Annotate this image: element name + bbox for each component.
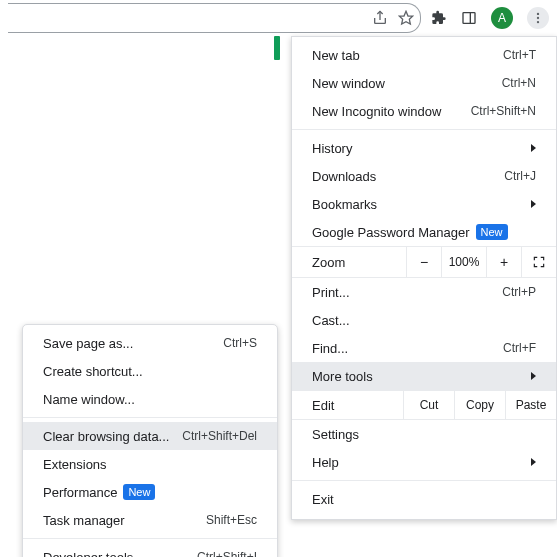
browser-toolbar: A: [0, 0, 557, 36]
menu-separator: [23, 538, 277, 539]
submenu-arrow-icon: [531, 372, 536, 380]
menu-button[interactable]: [527, 7, 549, 29]
new-badge: New: [123, 484, 155, 500]
edit-label: Edit: [312, 398, 403, 413]
submenu-item-performance[interactable]: Performance New: [23, 478, 277, 506]
toolbar-right: A: [431, 7, 549, 29]
submenu-arrow-icon: [531, 458, 536, 466]
menu-shortcut: Ctrl+S: [223, 336, 257, 350]
profile-avatar[interactable]: A: [491, 7, 513, 29]
menu-item-zoom: Zoom − 100% +: [292, 246, 556, 278]
menu-label: New window: [312, 76, 502, 91]
menu-shortcut: Ctrl+J: [504, 169, 536, 183]
menu-item-settings[interactable]: Settings: [292, 420, 556, 448]
menu-item-help[interactable]: Help: [292, 448, 556, 476]
menu-item-print[interactable]: Print... Ctrl+P: [292, 278, 556, 306]
menu-label: Extensions: [43, 457, 257, 472]
menu-label: Downloads: [312, 169, 504, 184]
submenu-arrow-icon: [531, 144, 536, 152]
menu-label-wrap: Performance New: [43, 484, 155, 500]
svg-marker-0: [399, 11, 412, 24]
menu-item-password-manager[interactable]: Google Password Manager New: [292, 218, 556, 246]
submenu-item-developer-tools[interactable]: Developer tools Ctrl+Shift+I: [23, 543, 277, 557]
menu-label: Task manager: [43, 513, 206, 528]
menu-label: Clear browsing data...: [43, 429, 182, 444]
menu-shortcut: Shift+Esc: [206, 513, 257, 527]
menu-label: Exit: [312, 492, 536, 507]
svg-point-3: [537, 13, 539, 15]
new-badge: New: [476, 224, 508, 240]
copy-button[interactable]: Copy: [454, 391, 505, 419]
menu-label: More tools: [312, 369, 525, 384]
page-accent: [274, 36, 280, 60]
submenu-item-clear-browsing-data[interactable]: Clear browsing data... Ctrl+Shift+Del: [23, 422, 277, 450]
menu-shortcut: Ctrl+Shift+N: [471, 104, 536, 118]
extensions-icon[interactable]: [431, 10, 447, 26]
menu-separator: [23, 417, 277, 418]
submenu-item-save-page[interactable]: Save page as... Ctrl+S: [23, 329, 277, 357]
menu-item-exit[interactable]: Exit: [292, 485, 556, 513]
menu-item-cast[interactable]: Cast...: [292, 306, 556, 334]
star-icon[interactable]: [398, 10, 414, 26]
menu-label: Save page as...: [43, 336, 223, 351]
svg-rect-1: [463, 13, 475, 24]
fullscreen-button[interactable]: [521, 247, 556, 277]
menu-item-incognito[interactable]: New Incognito window Ctrl+Shift+N: [292, 97, 556, 125]
menu-label: Name window...: [43, 392, 257, 407]
side-panel-icon[interactable]: [461, 10, 477, 26]
chrome-main-menu: New tab Ctrl+T New window Ctrl+N New Inc…: [291, 36, 557, 520]
menu-separator: [292, 129, 556, 130]
menu-item-downloads[interactable]: Downloads Ctrl+J: [292, 162, 556, 190]
menu-label: Settings: [312, 427, 536, 442]
menu-label: Create shortcut...: [43, 364, 257, 379]
menu-label: Developer tools: [43, 550, 197, 558]
zoom-label: Zoom: [312, 255, 406, 270]
menu-shortcut: Ctrl+P: [502, 285, 536, 299]
menu-label: History: [312, 141, 525, 156]
more-tools-submenu: Save page as... Ctrl+S Create shortcut..…: [22, 324, 278, 557]
menu-item-history[interactable]: History: [292, 134, 556, 162]
menu-label: Google Password Manager: [312, 225, 470, 240]
menu-shortcut: Ctrl+F: [503, 341, 536, 355]
menu-shortcut: Ctrl+N: [502, 76, 536, 90]
submenu-item-extensions[interactable]: Extensions: [23, 450, 277, 478]
menu-label: New Incognito window: [312, 104, 471, 119]
menu-item-new-window[interactable]: New window Ctrl+N: [292, 69, 556, 97]
menu-item-edit: Edit Cut Copy Paste: [292, 390, 556, 420]
zoom-out-button[interactable]: −: [406, 247, 441, 277]
submenu-arrow-icon: [531, 200, 536, 208]
menu-item-more-tools[interactable]: More tools: [292, 362, 556, 390]
svg-point-4: [537, 17, 539, 19]
submenu-item-create-shortcut[interactable]: Create shortcut...: [23, 357, 277, 385]
menu-shortcut: Ctrl+T: [503, 48, 536, 62]
zoom-in-button[interactable]: +: [486, 247, 521, 277]
menu-shortcut: Ctrl+Shift+Del: [182, 429, 257, 443]
menu-label: Print...: [312, 285, 502, 300]
zoom-value: 100%: [441, 247, 486, 277]
menu-item-new-tab[interactable]: New tab Ctrl+T: [292, 41, 556, 69]
paste-button[interactable]: Paste: [505, 391, 556, 419]
menu-label: Bookmarks: [312, 197, 525, 212]
cut-button[interactable]: Cut: [403, 391, 454, 419]
menu-label: Find...: [312, 341, 503, 356]
share-icon[interactable]: [372, 10, 388, 26]
submenu-item-task-manager[interactable]: Task manager Shift+Esc: [23, 506, 277, 534]
menu-label: New tab: [312, 48, 503, 63]
menu-shortcut: Ctrl+Shift+I: [197, 550, 257, 557]
menu-item-find[interactable]: Find... Ctrl+F: [292, 334, 556, 362]
menu-separator: [292, 480, 556, 481]
menu-item-bookmarks[interactable]: Bookmarks: [292, 190, 556, 218]
svg-point-5: [537, 21, 539, 23]
menu-label: Cast...: [312, 313, 536, 328]
submenu-item-name-window[interactable]: Name window...: [23, 385, 277, 413]
menu-label: Help: [312, 455, 525, 470]
menu-label-wrap: Google Password Manager New: [312, 224, 508, 240]
address-bar[interactable]: [8, 3, 421, 33]
menu-label: Performance: [43, 485, 117, 500]
